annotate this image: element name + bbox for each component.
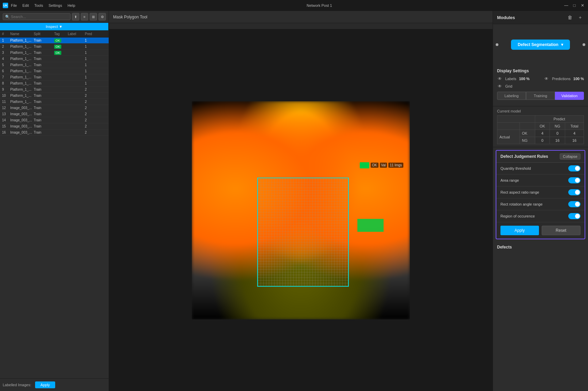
tab-labeling[interactable]: Labeling [497, 92, 526, 100]
right-panel-header: Modules 🗑 + [493, 11, 588, 24]
sidebar-footer: Labelled Images: Apply [0, 378, 109, 391]
rule-region-toggle[interactable] [568, 213, 581, 219]
import-button[interactable]: ⬆ [72, 13, 79, 20]
defects-title: Defects [497, 245, 512, 250]
collapse-button[interactable]: Collapse [560, 153, 581, 160]
sidebar-table-row[interactable]: 10 Platform_1_... Train 2 [0, 93, 109, 99]
sidebar-table-row[interactable]: 13 Image_003_... Train 2 [0, 111, 109, 117]
row-pred: 1 [85, 51, 98, 55]
apply-rules-button[interactable]: Apply [500, 226, 539, 235]
defect-segmentation-node[interactable]: Defect Segmentation ▾ [511, 40, 570, 50]
menu-settings[interactable]: Settings [48, 3, 62, 7]
row-num: 12 [2, 106, 10, 110]
status-ok-indicator [360, 162, 369, 168]
row-pred: 1 [85, 81, 98, 85]
row-pred: 2 [85, 131, 98, 134]
menu-edit[interactable]: Edit [22, 3, 29, 7]
cell-ng-total: 16 [565, 137, 584, 144]
menu-file[interactable]: File [11, 3, 17, 7]
window-title: Network Post 1 [78, 3, 561, 7]
row-name: Platform_1_... [10, 39, 34, 42]
reset-rules-button[interactable]: Reset [542, 226, 581, 235]
cell-ng-ok: 0 [535, 137, 550, 144]
row-num: 1 [2, 39, 10, 42]
settings-button[interactable]: ⚙ [98, 13, 106, 20]
row-name: Platform_1_... [10, 57, 34, 61]
close-button[interactable]: ✕ [580, 3, 585, 8]
tab-validation[interactable]: Validation [555, 92, 584, 100]
row-num: 14 [2, 118, 10, 122]
table-header-empty [497, 116, 535, 123]
grid-view-button[interactable]: ⊞ [90, 13, 97, 20]
row-split: Train [34, 39, 54, 42]
sidebar-table-row[interactable]: 16 Image_003_... Train 2 [0, 130, 109, 136]
sidebar-table-body: 1 Platform_1_... Train OK 1 2 Platform_1… [0, 37, 109, 378]
menu-help[interactable]: Help [67, 3, 75, 7]
sidebar-table-row[interactable]: 2 Platform_1_... Train OK 1 [0, 44, 109, 50]
rule-area-toggle[interactable] [568, 177, 581, 183]
sidebar-table-row[interactable]: 4 Platform_1_... Train 1 [0, 56, 109, 62]
sidebar-table-row[interactable]: 11 Platform_1_... Train 2 [0, 99, 109, 105]
sidebar-table-row[interactable]: 7 Platform_1_... Train 1 [0, 74, 109, 80]
status-ok-label: OK [371, 163, 378, 168]
sidebar-table-row[interactable]: 5 Platform_1_... Train 1 [0, 62, 109, 68]
row-num: 10 [2, 94, 10, 97]
tab-training[interactable]: Training [526, 92, 555, 100]
sidebar-table-row[interactable]: 14 Image_003_... Train 2 [0, 117, 109, 123]
labels-display-label: Labels [505, 77, 516, 81]
header-tag: Tag [54, 32, 68, 36]
node-connector-right [583, 43, 585, 46]
row-pred: 2 [85, 112, 98, 116]
predictions-eye-icon[interactable]: 👁 [544, 76, 549, 81]
table-header-ng: NG [550, 123, 565, 130]
sidebar-table-row[interactable]: 15 Image_003_... Train 2 [0, 123, 109, 130]
header-actions [98, 32, 107, 36]
module-node-area: Defect Segmentation ▾ [493, 24, 588, 65]
grid-eye-icon[interactable]: 👁 [497, 84, 502, 89]
main-layout: ⬆ ≡ ⊞ ⚙ Inspect ▼ # Name Split Tag Label… [0, 11, 588, 391]
sidebar-table-row[interactable]: 1 Platform_1_... Train OK 1 [0, 37, 109, 44]
inspect-tab[interactable]: Inspect ▼ [0, 23, 109, 30]
rule-area-range: Area range [496, 175, 585, 186]
rule-rect-rotation-toggle[interactable] [568, 201, 581, 207]
row-pred: 1 [85, 39, 98, 42]
canvas-container[interactable]: OK Val 11 Imgs [109, 29, 493, 391]
rule-quantity-threshold: Quantity threshold [496, 163, 585, 175]
delete-module-button[interactable]: 🗑 [566, 14, 574, 21]
sidebar-table-row[interactable]: 8 Platform_1_... Train 1 [0, 80, 109, 87]
header-label: Label [68, 32, 85, 36]
labels-display-row: 👁 Labels 100 % 👁 Predictions 100 % [497, 76, 584, 81]
row-split: Train [34, 94, 54, 97]
sidebar-table-row[interactable]: 9 Platform_1_... Train 2 [0, 87, 109, 93]
node-label: Defect Segmentation [518, 42, 558, 47]
canvas-status-bar: OK Val 11 Imgs [360, 162, 403, 168]
right-panel-icons: 🗑 + [566, 14, 584, 21]
window-controls[interactable]: — □ ✕ [563, 3, 585, 8]
row-tag: OK [54, 45, 68, 48]
filter-button[interactable]: ≡ [81, 13, 88, 20]
sidebar-table-row[interactable]: 12 Image_003_... Train 2 [0, 105, 109, 111]
rule-rect-aspect-toggle[interactable] [568, 189, 581, 195]
rule-area-label: Area range [500, 178, 519, 182]
table-sub-empty2 [520, 123, 535, 130]
minimize-button[interactable]: — [563, 3, 569, 8]
row-pred: 2 [85, 100, 98, 104]
canvas-image: OK Val 11 Imgs [192, 101, 410, 319]
grid-display-label: Grid [505, 84, 512, 88]
apply-footer-button[interactable]: Apply [35, 381, 56, 388]
labels-eye-icon[interactable]: 👁 [497, 76, 502, 81]
sidebar-table-row[interactable]: 6 Platform_1_... Train 1 [0, 68, 109, 74]
row-num: 9 [2, 88, 10, 91]
menu-bar[interactable]: File Edit Tools Settings Help [11, 3, 75, 7]
search-input[interactable] [3, 13, 71, 20]
maximize-button[interactable]: □ [572, 3, 577, 8]
sidebar-table-row[interactable]: 3 Platform_1_... Train OK 1 [0, 50, 109, 56]
segmentation-overlay [257, 178, 349, 287]
add-module-button[interactable]: + [576, 14, 584, 21]
table-header-ok: OK [535, 123, 550, 130]
row-split: Train [34, 131, 54, 134]
row-pred: 2 [85, 88, 98, 91]
rule-quantity-toggle[interactable] [568, 165, 581, 171]
menu-tools[interactable]: Tools [34, 3, 43, 7]
sidebar-tabs: Inspect ▼ [0, 23, 109, 31]
